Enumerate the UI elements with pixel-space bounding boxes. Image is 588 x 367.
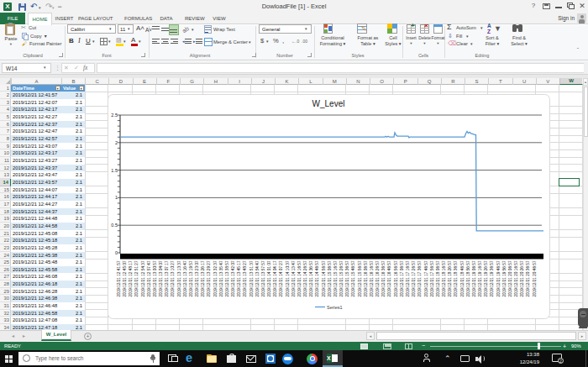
svg-text:2019/12/21 18:56:57: 2019/12/21 18:56:57 xyxy=(466,260,470,296)
svg-text:2019/12/21 16:26:57: 2019/12/21 16:26:57 xyxy=(375,260,380,296)
svg-text:2019/12/21 19:46:57: 2019/12/21 19:46:57 xyxy=(496,260,501,296)
svg-text:2019/12/21 12:45:07: 2019/12/21 12:45:07 xyxy=(123,260,127,296)
svg-text:2019/12/21 13:16:47: 2019/12/21 13:16:47 xyxy=(183,260,187,296)
svg-text:2019/12/21 15:26:57: 2019/12/21 15:26:57 xyxy=(339,260,344,296)
svg-text:2019/12/21 13:54:47: 2019/12/21 13:54:47 xyxy=(255,260,260,296)
svg-text:2019/12/21 14:04:17: 2019/12/21 14:04:17 xyxy=(273,260,277,296)
svg-text:2019/12/21 12:51:27: 2019/12/21 12:51:27 xyxy=(134,260,139,296)
svg-text:2019/12/21 17:26:57: 2019/12/21 17:26:57 xyxy=(412,260,416,296)
svg-text:2019/12/21 13:42:07: 2019/12/21 13:42:07 xyxy=(231,260,235,296)
svg-text:2019/12/21 17:36:57: 2019/12/21 17:36:57 xyxy=(417,260,422,296)
svg-text:2019/12/21 12:41:57: 2019/12/21 12:41:57 xyxy=(117,260,121,296)
svg-text:2019/12/21 14:16:57: 2019/12/21 14:16:57 xyxy=(297,260,302,296)
svg-text:2019/12/21 13:04:07: 2019/12/21 13:04:07 xyxy=(159,260,163,296)
svg-text:2.5: 2.5 xyxy=(111,113,118,118)
svg-text:2019/12/21 14:36:57: 2019/12/21 14:36:57 xyxy=(309,260,313,296)
svg-text:2019/12/21 16:46:57: 2019/12/21 16:46:57 xyxy=(387,260,391,296)
svg-text:2019/12/21 14:07:27: 2019/12/21 14:07:27 xyxy=(279,260,283,296)
svg-text:2019/12/21 13:51:37: 2019/12/21 13:51:37 xyxy=(249,260,254,296)
svg-text:2019/12/21 13:29:27: 2019/12/21 13:29:27 xyxy=(207,260,211,296)
svg-text:2019/12/21 12:48:17: 2019/12/21 12:48:17 xyxy=(129,260,133,296)
svg-text:2019/12/21 18:26:57: 2019/12/21 18:26:57 xyxy=(448,260,452,296)
svg-text:2019/12/21 13:07:17: 2019/12/21 13:07:17 xyxy=(165,260,169,296)
svg-text:2019/12/21 20:26:57: 2019/12/21 20:26:57 xyxy=(520,260,524,296)
svg-text:2019/12/21 14:13:47: 2019/12/21 14:13:47 xyxy=(291,260,296,296)
svg-text:2019/12/21 20:46:57: 2019/12/21 20:46:57 xyxy=(533,260,537,296)
svg-text:2019/12/21 13:35:47: 2019/12/21 13:35:47 xyxy=(219,260,223,296)
svg-text:2019/12/21 13:38:57: 2019/12/21 13:38:57 xyxy=(225,260,229,296)
svg-text:2019/12/21 15:16:57: 2019/12/21 15:16:57 xyxy=(333,260,338,296)
svg-text:2: 2 xyxy=(115,140,118,145)
svg-text:2019/12/21 18:06:57: 2019/12/21 18:06:57 xyxy=(436,260,440,296)
svg-text:2019/12/21 17:56:57: 2019/12/21 17:56:57 xyxy=(430,260,434,296)
svg-text:2019/12/21 13:10:27: 2019/12/21 13:10:27 xyxy=(171,260,175,296)
svg-text:2019/12/21 13:13:37: 2019/12/21 13:13:37 xyxy=(177,260,181,296)
svg-text:2019/12/21 20:36:57: 2019/12/21 20:36:57 xyxy=(526,260,530,296)
svg-text:2019/12/21 15:06:57: 2019/12/21 15:06:57 xyxy=(328,260,332,296)
svg-text:2019/12/21 19:06:57: 2019/12/21 19:06:57 xyxy=(472,260,476,296)
svg-text:0.5: 0.5 xyxy=(111,223,118,228)
svg-text:2019/12/21 18:16:57: 2019/12/21 18:16:57 xyxy=(442,260,446,296)
svg-text:W_Level: W_Level xyxy=(312,99,345,108)
svg-text:2019/12/21 14:46:57: 2019/12/21 14:46:57 xyxy=(315,260,319,296)
svg-text:2019/12/21 13:48:27: 2019/12/21 13:48:27 xyxy=(243,260,247,296)
svg-text:2019/12/21 12:54:37: 2019/12/21 12:54:37 xyxy=(141,260,145,296)
svg-text:2019/12/21 12:57:47: 2019/12/21 12:57:47 xyxy=(147,260,151,296)
svg-text:1: 1 xyxy=(115,195,118,200)
svg-text:0: 0 xyxy=(115,250,118,255)
svg-text:2019/12/21 20:06:57: 2019/12/21 20:06:57 xyxy=(508,260,512,296)
svg-text:2019/12/21 17:46:57: 2019/12/21 17:46:57 xyxy=(424,260,428,296)
svg-text:2019/12/21 18:36:57: 2019/12/21 18:36:57 xyxy=(454,260,458,296)
svg-text:Series1: Series1 xyxy=(327,305,343,310)
svg-text:2019/12/21 16:36:57: 2019/12/21 16:36:57 xyxy=(381,260,386,296)
svg-text:2019/12/21 20:16:57: 2019/12/21 20:16:57 xyxy=(514,260,518,296)
svg-text:2019/12/21 14:01:07: 2019/12/21 14:01:07 xyxy=(267,260,271,296)
svg-text:2019/12/21 19:16:57: 2019/12/21 19:16:57 xyxy=(478,260,482,296)
svg-text:2019/12/21 14:10:37: 2019/12/21 14:10:37 xyxy=(286,260,290,296)
svg-text:2019/12/21 18:46:57: 2019/12/21 18:46:57 xyxy=(460,260,465,296)
svg-text:2019/12/21 13:19:57: 2019/12/21 13:19:57 xyxy=(189,260,193,296)
svg-text:2019/12/21 16:56:57: 2019/12/21 16:56:57 xyxy=(394,260,398,296)
svg-text:2019/12/21 15:46:57: 2019/12/21 15:46:57 xyxy=(351,260,355,296)
svg-text:2019/12/21 13:32:37: 2019/12/21 13:32:37 xyxy=(213,260,218,296)
svg-text:2019/12/21 16:06:57: 2019/12/21 16:06:57 xyxy=(364,260,368,296)
svg-text:2019/12/21 13:00:57: 2019/12/21 13:00:57 xyxy=(153,260,157,296)
svg-text:2019/12/21 14:56:57: 2019/12/21 14:56:57 xyxy=(322,260,326,296)
svg-text:2019/12/21 19:36:57: 2019/12/21 19:36:57 xyxy=(490,260,494,296)
svg-text:2019/12/21 15:56:57: 2019/12/21 15:56:57 xyxy=(358,260,362,296)
svg-text:1.5: 1.5 xyxy=(111,168,118,173)
svg-text:2019/12/21 16:16:57: 2019/12/21 16:16:57 xyxy=(370,260,374,296)
svg-text:2019/12/21 13:26:17: 2019/12/21 13:26:17 xyxy=(201,260,205,296)
svg-text:2019/12/21 19:26:57: 2019/12/21 19:26:57 xyxy=(484,260,488,296)
svg-text:2019/12/21 17:06:57: 2019/12/21 17:06:57 xyxy=(400,260,404,296)
svg-text:2019/12/21 17:16:57: 2019/12/21 17:16:57 xyxy=(406,260,410,296)
svg-text:2019/12/21 13:45:17: 2019/12/21 13:45:17 xyxy=(237,260,241,296)
svg-text:2019/12/21 13:23:07: 2019/12/21 13:23:07 xyxy=(195,260,199,296)
svg-text:2019/12/21 13:57:57: 2019/12/21 13:57:57 xyxy=(261,260,265,296)
svg-text:2019/12/21 15:36:57: 2019/12/21 15:36:57 xyxy=(345,260,349,296)
svg-text:2019/12/21 14:26:57: 2019/12/21 14:26:57 xyxy=(303,260,307,296)
svg-text:2019/12/21 19:56:57: 2019/12/21 19:56:57 xyxy=(502,260,507,296)
